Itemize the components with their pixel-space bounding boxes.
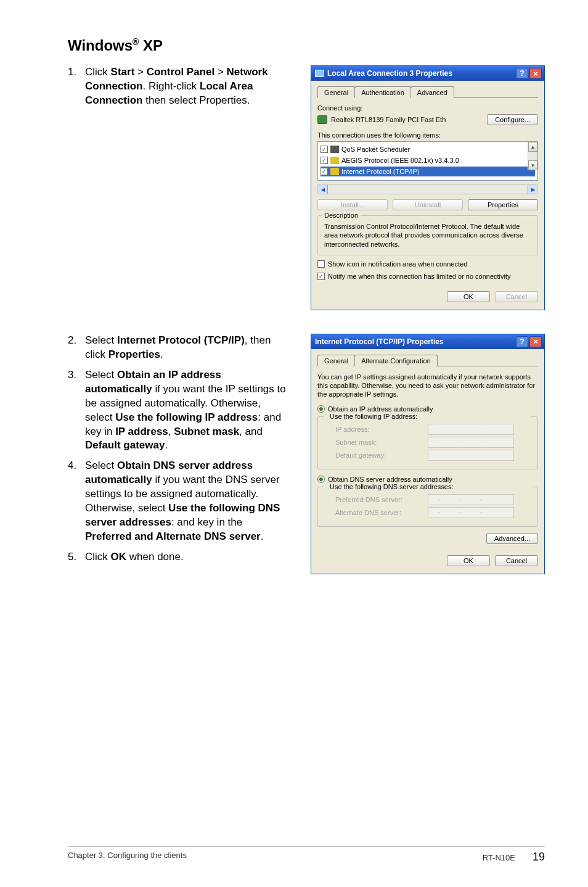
- step-body: Select Obtain an IP address automaticall…: [85, 368, 290, 453]
- checkbox-show-icon[interactable]: Show icon in notification area when conn…: [317, 260, 538, 268]
- ok-button[interactable]: OK: [447, 291, 490, 302]
- cancel-button[interactable]: Cancel: [495, 555, 538, 566]
- titlebar[interactable]: Internet Protocol (TCP/IP) Properties ? …: [311, 334, 544, 349]
- alt-dns-input[interactable]: ...: [428, 507, 514, 518]
- tab-advanced[interactable]: Advanced: [410, 86, 454, 98]
- gateway-input[interactable]: ...: [428, 450, 514, 461]
- tabs: General Alternate Configuration: [317, 354, 538, 366]
- window-title: Internet Protocol (TCP/IP) Properties: [315, 337, 515, 346]
- label-connect-using: Connect using:: [317, 104, 538, 112]
- text-bold: OK: [111, 551, 127, 563]
- scroll-down-icon[interactable]: ▼: [528, 160, 537, 170]
- cancel-button[interactable]: Cancel: [495, 291, 538, 302]
- checkbox-icon[interactable]: ✓: [321, 157, 328, 164]
- list-item[interactable]: ✓AEGIS Protocol (IEEE 802.1x) v3.4.3.0: [321, 155, 535, 165]
- ip-group: Use the following IP address: IP address…: [317, 416, 538, 469]
- section-heading: Windows® XP: [68, 37, 545, 54]
- heading-tail: XP: [139, 37, 163, 54]
- step-body: Select Internet Protocol (TCP/IP), then …: [85, 334, 290, 362]
- text-bold: Control Panel: [147, 66, 215, 78]
- properties-button[interactable]: Properties: [468, 199, 538, 210]
- step: 4.Select Obtain DNS server address autom…: [68, 459, 290, 544]
- radio-use-ip[interactable]: Use the following IP address:: [324, 413, 531, 420]
- ip-address-input[interactable]: ...: [428, 424, 514, 435]
- radio-use-dns[interactable]: Use the following DNS server addresses:: [324, 483, 531, 490]
- row-gateway: Default gateway:...: [335, 450, 531, 461]
- scrollbar-vertical[interactable]: ▲ ▼: [528, 142, 537, 170]
- install-button[interactable]: Install...: [317, 199, 388, 210]
- text: .: [165, 439, 168, 451]
- list-item[interactable]: ✓Internet Protocol (TCP/IP): [321, 167, 535, 176]
- radio-icon[interactable]: [317, 476, 325, 483]
- field-label: Default gateway:: [335, 452, 428, 459]
- step-number: 3.: [68, 368, 85, 453]
- label-uses-items: This connection uses the following items…: [317, 131, 538, 139]
- help-icon[interactable]: ?: [516, 68, 528, 79]
- step-1: 1. Click Start > Control Panel > Network…: [68, 65, 290, 108]
- footer-model: RT-N10E: [483, 853, 515, 862]
- configure-button[interactable]: Configure...: [487, 114, 538, 125]
- titlebar[interactable]: Local Area Connection 3 Properties ? ×: [311, 66, 544, 81]
- checkbox-icon[interactable]: [317, 273, 325, 280]
- heading-reg: ®: [133, 37, 139, 47]
- dialog-lan-properties: Local Area Connection 3 Properties ? × G…: [311, 65, 545, 310]
- text-bold: Preferred and Alternate DNS server: [85, 530, 261, 542]
- checkbox-icon[interactable]: [317, 260, 325, 268]
- scroll-track[interactable]: [328, 185, 528, 194]
- text-bold: Default gateway: [85, 439, 165, 451]
- text: >: [214, 66, 226, 78]
- text: then select Properties.: [143, 94, 250, 106]
- text: Select: [85, 460, 117, 471]
- row-subnet: Subnet mask:...: [335, 437, 531, 448]
- window-title: Local Area Connection 3 Properties: [327, 69, 515, 78]
- checkbox-notify[interactable]: Notify me when this connection has limit…: [317, 273, 538, 280]
- radio-label: Obtain an IP address automatically: [328, 405, 433, 413]
- list-item[interactable]: ✓QoS Packet Scheduler: [321, 144, 535, 154]
- field-label: IP address:: [335, 426, 428, 433]
- checkbox-icon[interactable]: ✓: [321, 168, 328, 175]
- row-ip-address: IP address:...: [335, 424, 531, 435]
- advanced-button[interactable]: Advanced...: [486, 533, 538, 544]
- scheduler-icon: [330, 146, 339, 153]
- text-bold: Start: [111, 66, 135, 78]
- radio-label: Obtain DNS server address automatically: [328, 476, 452, 483]
- pref-dns-input[interactable]: ...: [428, 494, 514, 505]
- close-icon[interactable]: ×: [529, 336, 542, 347]
- checkbox-icon[interactable]: ✓: [321, 146, 328, 153]
- help-icon[interactable]: ?: [516, 336, 528, 347]
- scroll-right-icon[interactable]: ▶: [528, 185, 537, 194]
- text: Select: [85, 369, 117, 381]
- protocol-icon: [330, 168, 339, 175]
- dialog-tcpip-properties: Internet Protocol (TCP/IP) Properties ? …: [311, 334, 545, 574]
- tab-general[interactable]: General: [317, 86, 355, 98]
- description-group: Description Transmission Control Protoco…: [317, 215, 538, 255]
- row-pref-dns: Preferred DNS server:...: [335, 494, 531, 505]
- text-bold: IP address: [115, 426, 168, 437]
- uninstall-button[interactable]: Uninstall: [393, 199, 463, 210]
- field-label: Preferred DNS server:: [335, 496, 428, 503]
- radio-icon[interactable]: [317, 405, 325, 413]
- step-body: Click OK when done.: [85, 550, 290, 564]
- heading-base: Windows: [68, 37, 133, 54]
- subnet-input[interactable]: ...: [428, 437, 514, 448]
- dns-group: Use the following DNS server addresses: …: [317, 487, 538, 527]
- scrollbar-horizontal[interactable]: ◀ ▶: [317, 184, 538, 194]
- row-alt-dns: Alternate DNS server:...: [335, 507, 531, 518]
- radio-obtain-dns[interactable]: Obtain DNS server address automatically: [317, 476, 538, 483]
- scroll-left-icon[interactable]: ◀: [318, 185, 328, 194]
- step: 5.Click OK when done.: [68, 550, 290, 564]
- scroll-up-icon[interactable]: ▲: [528, 142, 537, 152]
- checkbox-label: Show icon in notification area when conn…: [328, 260, 467, 268]
- items-listbox[interactable]: ✓QoS Packet Scheduler ✓AEGIS Protocol (I…: [317, 141, 538, 181]
- step-number: 1.: [68, 65, 85, 108]
- text: >: [134, 66, 146, 78]
- tab-authentication[interactable]: Authentication: [354, 86, 411, 98]
- adapter-name: Realtek RTL8139 Family PCI Fast Eth: [331, 116, 481, 123]
- tab-general[interactable]: General: [317, 355, 355, 366]
- text: ,: [168, 426, 174, 437]
- close-icon[interactable]: ×: [529, 68, 542, 79]
- text-bold: Subnet mask: [174, 426, 239, 437]
- ok-button[interactable]: OK: [447, 555, 490, 566]
- radio-obtain-ip[interactable]: Obtain an IP address automatically: [317, 405, 538, 413]
- tab-alternate-configuration[interactable]: Alternate Configuration: [354, 355, 438, 366]
